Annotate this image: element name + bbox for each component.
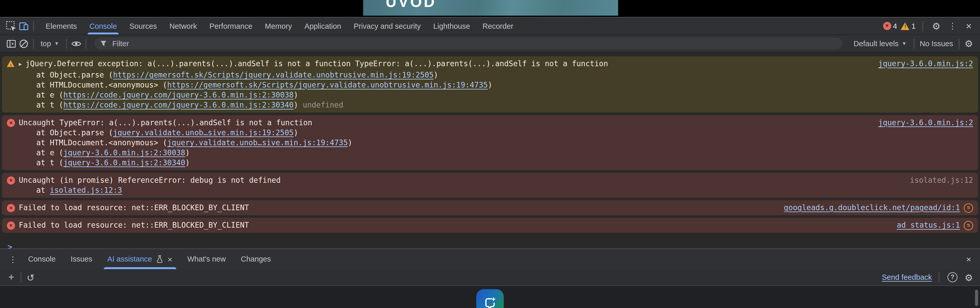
divider [939, 272, 939, 282]
close-tab-icon[interactable]: × [168, 254, 172, 264]
close-drawer-icon[interactable]: × [963, 254, 975, 264]
tab-application[interactable]: Application [298, 18, 347, 34]
message-text: ▶jQuery.Deferred exception: a(...).paren… [19, 59, 868, 70]
message-body: Uncaught TypeError: a(...).parents(...).… [19, 118, 868, 168]
drawer-tab-label: Issues [71, 255, 92, 263]
text-segment: at e ( [36, 91, 63, 100]
device-toolbar-icon[interactable] [18, 20, 30, 32]
console-sidebar-toggle-icon[interactable] [5, 37, 18, 50]
stack-frame: at e (jquery-3.6.0.min.js:2:30038) [19, 148, 868, 158]
source-location: ad_status.js:1⇅ [887, 220, 973, 230]
message-body: Uncaught (in promise) ReferenceError: de… [19, 175, 900, 195]
tab-lighthouse[interactable]: Lighthouse [427, 18, 476, 34]
source-location-link[interactable]: jquery-3.6.0.min.js:2 [878, 118, 973, 128]
tab-network[interactable]: Network [163, 18, 203, 34]
divider [913, 38, 914, 48]
more-options-icon[interactable]: ⋮ [946, 20, 959, 32]
network-request-icon[interactable]: ⇅ [964, 203, 973, 212]
drawer-tab-changes[interactable]: Changes [233, 249, 278, 269]
new-chat-plus-icon[interactable]: + [5, 271, 18, 284]
warning-count-badge[interactable]: ! 1 [901, 22, 916, 30]
stack-link[interactable]: https://gemersoft.sk/Scripts/jquery.vali… [167, 81, 488, 89]
log-levels-value: Default levels [854, 39, 899, 48]
console-message[interactable]: !▶jQuery.Deferred exception: a(...).pare… [2, 56, 978, 112]
filter-input[interactable] [111, 38, 837, 48]
settings-gear-icon[interactable]: ⚙ [930, 20, 943, 32]
console-message[interactable]: ×Uncaught (in promise) ReferenceError: d… [2, 173, 978, 198]
tab-memory[interactable]: Memory [259, 18, 298, 34]
tab-privacy-and-security[interactable]: Privacy and security [347, 18, 427, 34]
context-selector[interactable]: top ▼ [37, 39, 63, 48]
tab-performance[interactable]: Performance [203, 18, 259, 34]
warning-icon: ! [901, 22, 910, 30]
console-message[interactable]: ×Failed to load resource: net::ERR_BLOCK… [2, 218, 978, 233]
text-segment: ) [488, 81, 492, 89]
stack-frame: at isolated.js:12:3 [19, 185, 900, 195]
error-count: 4 [893, 22, 897, 30]
source-location-link[interactable]: googleads.g.doubleclick.net/pagead/id:1 [784, 203, 960, 213]
drawer-tab-what-s-new[interactable]: What's new [180, 249, 233, 269]
text-segment: Uncaught (in promise) ReferenceError: de… [19, 176, 281, 185]
expand-arrow-icon[interactable]: ▶ [19, 59, 22, 70]
console-message[interactable]: ×Failed to load resource: net::ERR_BLOCK… [2, 200, 978, 215]
drawer-more-tools-icon[interactable]: ⋮ [5, 254, 21, 264]
page-banner-image: ÚVOD [363, 0, 618, 16]
stack-link[interactable]: jquery.validate.unob…sive.min.js:19:4735 [167, 138, 348, 147]
console-prompt-row[interactable]: > [0, 235, 980, 249]
send-feedback-link[interactable]: Send feedback [882, 273, 932, 282]
stack-link[interactable]: https://code.jquery.com/jquery-3.6.0.min… [63, 91, 294, 100]
message-text: Failed to load resource: net::ERR_BLOCKE… [19, 203, 774, 213]
text-segment: at t ( [36, 158, 63, 167]
main-tab-strip: ElementsConsoleSourcesNetworkPerformance… [40, 18, 520, 34]
ai-assistance-panel [0, 286, 980, 308]
close-devtools-icon[interactable]: × [963, 20, 975, 32]
clear-console-icon[interactable] [18, 37, 30, 50]
screenshot-stage: ÚVOD ElementsConsoleSourcesNetworkPerfor… [0, 0, 980, 308]
console-settings-gear-icon[interactable]: ⚙ [963, 37, 975, 50]
context-selector-value: top [40, 39, 51, 48]
issues-status[interactable]: No Issues [917, 39, 956, 48]
stack-link[interactable]: https://code.jquery.com/jquery-3.6.0.min… [63, 101, 294, 110]
message-text: Uncaught (in promise) ReferenceError: de… [19, 175, 900, 185]
source-location-link[interactable]: jquery-3.6.0.min.js:2 [878, 59, 973, 69]
console-message[interactable]: ×Uncaught TypeError: a(...).parents(...)… [2, 115, 978, 171]
divider [33, 38, 33, 48]
stack-link[interactable]: https://gemersoft.sk/Scripts/jquery.vali… [113, 71, 434, 80]
source-location: isolated.js:12 [900, 175, 973, 185]
text-segment: ) [294, 128, 298, 137]
chevron-down-icon: ▼ [54, 41, 59, 46]
divider [33, 21, 33, 31]
scrollbar-thumb[interactable] [975, 290, 978, 306]
message-body: Failed to load resource: net::ERR_BLOCKE… [19, 203, 774, 213]
stack-link[interactable]: isolated.js:12:3 [50, 186, 122, 195]
drawer-tab-console[interactable]: Console [21, 249, 63, 269]
console-log-area[interactable]: !▶jQuery.Deferred exception: a(...).pare… [0, 53, 980, 249]
drawer-tab-ai-assistance[interactable]: AI assistance× [100, 249, 180, 269]
console-filter-field[interactable] [94, 37, 842, 49]
divider [959, 38, 959, 48]
help-icon[interactable]: ? [946, 271, 959, 284]
ai-settings-gear-icon[interactable]: ⚙ [963, 271, 975, 284]
text-segment: at e ( [36, 148, 63, 157]
tab-elements[interactable]: Elements [40, 18, 83, 34]
stack-link[interactable]: jquery-3.6.0.min.js:2:30038 [63, 148, 185, 157]
tab-console[interactable]: Console [83, 18, 123, 34]
stack-link[interactable]: jquery.validate.unob…sive.min.js:19:2505 [113, 128, 294, 137]
stack-link[interactable]: jquery-3.6.0.min.js:2:30340 [63, 158, 185, 167]
log-levels-dropdown[interactable]: Default levels ▼ [850, 39, 910, 48]
tab-recorder[interactable]: Recorder [476, 18, 520, 34]
drawer-tab-issues[interactable]: Issues [63, 249, 100, 269]
console-message-list: !▶jQuery.Deferred exception: a(...).pare… [0, 56, 980, 233]
background-page-strip: ÚVOD [0, 0, 980, 17]
source-location-link[interactable]: ad_status.js:1 [897, 220, 960, 230]
divider [85, 38, 86, 48]
divider [66, 38, 67, 48]
live-expression-eye-icon[interactable] [70, 37, 82, 50]
devtools-window: ElementsConsoleSourcesNetworkPerformance… [0, 17, 980, 308]
tab-sources[interactable]: Sources [123, 18, 163, 34]
history-icon[interactable]: ↺ [24, 271, 37, 284]
error-count-badge[interactable]: × 4 [883, 22, 897, 30]
network-request-icon[interactable]: ⇅ [964, 220, 973, 230]
inspect-element-icon[interactable] [5, 20, 18, 32]
tabbar-right-cluster: × 4 ! 1 ⚙ ⋮ × [883, 20, 975, 32]
